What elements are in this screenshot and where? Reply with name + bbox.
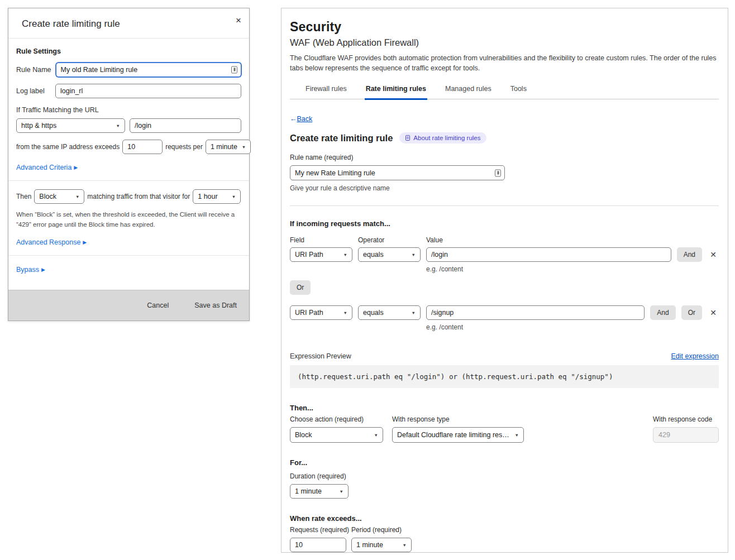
tab-firewall-rules[interactable]: Firewall rules	[304, 83, 348, 99]
chevron-down-icon: ▼	[412, 310, 416, 315]
operator-select-value: equals	[363, 251, 384, 259]
password-manager-icon[interactable]	[231, 66, 237, 74]
and-button[interactable]: And	[650, 305, 675, 320]
requests-input[interactable]	[290, 538, 346, 552]
chevron-down-icon: ▼	[75, 194, 79, 199]
operator-column-label: Operator	[358, 236, 421, 244]
period-col: Period (required) 1 minute ▼	[351, 526, 412, 552]
rule-name-row: Rule Name	[16, 63, 241, 77]
response-code-label: With response code	[653, 415, 719, 423]
divider	[290, 205, 719, 206]
url-match-row: http & https ▼	[16, 118, 241, 133]
response-code-col: With response code	[653, 415, 719, 443]
or-connector-row: Or	[290, 280, 719, 295]
create-rule-heading: Create rate limiting rule	[290, 133, 393, 143]
response-type-label: With response type	[392, 415, 524, 423]
value-input[interactable]	[426, 305, 645, 320]
value-helper: e.g. /content	[426, 323, 719, 331]
then-controls-row: Choose action (required) Block ▼ With re…	[290, 415, 719, 443]
requests-input[interactable]	[122, 140, 163, 154]
field-select[interactable]: URI Path ▼	[290, 305, 352, 320]
expression-preview-row: Expression Preview Edit expression	[290, 352, 719, 360]
log-label-input[interactable]	[55, 84, 241, 98]
duration-label: Duration (required)	[290, 472, 719, 480]
back-link[interactable]: ←Back	[290, 115, 312, 123]
value-input[interactable]	[426, 247, 671, 262]
field-select[interactable]: URI Path ▼	[290, 247, 352, 262]
about-badge-label: About rate limiting rules	[413, 135, 480, 141]
back-label: Back	[297, 115, 313, 123]
period-select-value: 1 minute	[356, 541, 383, 549]
expression-preview-label: Expression Preview	[290, 352, 351, 360]
log-label-label: Log label	[16, 87, 51, 95]
modal-footer: Cancel Save as Draft	[8, 290, 249, 320]
requests-label: Requests (required)	[290, 526, 346, 534]
create-rate-limiting-rule-modal: Create rate limiting rule × Rule Setting…	[8, 8, 250, 321]
cancel-button[interactable]: Cancel	[147, 301, 169, 309]
choose-action-col: Choose action (required) Block ▼	[290, 415, 383, 443]
action-select[interactable]: Block ▼	[34, 189, 84, 204]
period-select-value: 1 minute	[211, 143, 237, 151]
chevron-down-icon: ▼	[343, 252, 347, 257]
advanced-response-label: Advanced Response	[16, 238, 80, 246]
bypass-link[interactable]: Bypass ▶	[16, 266, 45, 274]
divider	[8, 255, 249, 256]
tab-tools[interactable]: Tools	[509, 83, 528, 99]
rule-settings-heading: Rule Settings	[16, 47, 241, 55]
caret-right-icon: ▶	[74, 165, 78, 170]
rule-name-label: Rule name (required)	[290, 154, 719, 161]
caret-right-icon: ▶	[41, 267, 45, 272]
advanced-response-link[interactable]: Advanced Response ▶	[16, 238, 87, 246]
response-type-value: Default Cloudflare rate limiting respons…	[397, 431, 510, 439]
waf-tabs: Firewall rules Rate limiting rules Manag…	[290, 83, 719, 99]
rule-name-input[interactable]	[56, 63, 241, 77]
rule-name-input-wrap	[290, 165, 505, 180]
about-rate-limiting-badge[interactable]: About rate limiting rules	[399, 132, 486, 143]
save-as-draft-button[interactable]: Save as Draft	[194, 301, 237, 309]
tab-managed-rules[interactable]: Managed rules	[444, 83, 493, 99]
condition-row: URI Path ▼ equals ▼ And Or ✕	[290, 305, 719, 320]
and-button[interactable]: And	[677, 247, 702, 262]
bypass-row: Bypass ▶	[16, 264, 241, 274]
scheme-select-value: http & https	[21, 122, 56, 130]
operator-select-value: equals	[363, 309, 384, 317]
rule-name-label: Rule Name	[16, 66, 51, 74]
remove-condition-icon[interactable]: ✕	[708, 250, 719, 259]
action-select[interactable]: Block ▼	[290, 427, 383, 443]
edit-expression-link[interactable]: Edit expression	[671, 352, 719, 360]
period-select[interactable]: 1 minute ▼	[206, 140, 251, 154]
chevron-down-icon: ▼	[343, 310, 347, 315]
advanced-criteria-link[interactable]: Advanced Criteria ▶	[16, 164, 78, 171]
period-select[interactable]: 1 minute ▼	[351, 538, 412, 552]
traffic-match-label: If Traffic Matching the URL	[16, 106, 241, 114]
password-manager-icon[interactable]	[495, 169, 501, 176]
value-column-label: Value	[426, 236, 443, 244]
chevron-down-icon: ▼	[340, 489, 343, 494]
or-button[interactable]: Or	[681, 305, 702, 320]
rate-controls-row: Requests (required) Period (required) 1 …	[290, 526, 719, 552]
period-label: Period (required)	[351, 526, 412, 534]
response-type-select[interactable]: Default Cloudflare rate limiting respons…	[392, 427, 524, 443]
ban-duration-select[interactable]: 1 hour ▼	[193, 189, 241, 204]
operator-select[interactable]: equals ▼	[358, 247, 421, 262]
choose-action-label: Choose action (required)	[290, 415, 383, 423]
close-icon[interactable]: ×	[236, 15, 241, 26]
operator-select[interactable]: equals ▼	[358, 305, 421, 320]
response-type-col: With response type Default Cloudflare ra…	[392, 415, 524, 443]
waf-description: The Cloudflare WAF provides both automat…	[290, 53, 718, 73]
field-column-label: Field	[290, 236, 352, 244]
waf-subtitle: WAF (Web Application Firewall)	[290, 37, 719, 48]
rule-name-input[interactable]	[290, 165, 505, 180]
or-button[interactable]: Or	[290, 280, 311, 295]
requests-col: Requests (required)	[290, 526, 346, 552]
rule-name-input-wrap	[56, 63, 241, 77]
duration-select[interactable]: 1 minute ▼	[290, 484, 349, 499]
tab-rate-limiting-rules[interactable]: Rate limiting rules	[365, 83, 427, 100]
remove-condition-icon[interactable]: ✕	[708, 308, 719, 317]
page-title: Security	[290, 20, 719, 35]
then-label: Then	[16, 193, 31, 200]
scheme-select[interactable]: http & https ▼	[16, 118, 125, 133]
url-input[interactable]	[130, 118, 241, 133]
action-select-value: Block	[295, 431, 312, 439]
for-section-heading: For...	[290, 458, 719, 467]
